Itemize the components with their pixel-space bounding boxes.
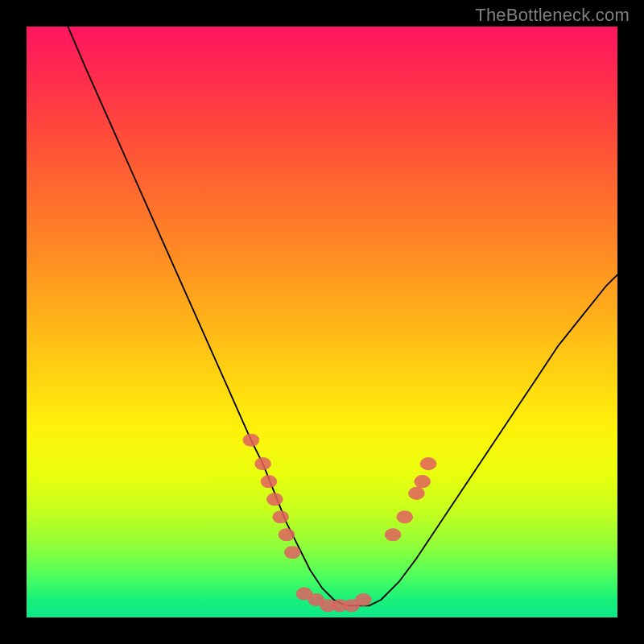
watermark-text: TheBottleneck.com: [475, 5, 630, 26]
data-marker: [355, 593, 372, 606]
data-marker: [243, 434, 260, 447]
plot-area: [27, 27, 617, 617]
data-marker: [385, 528, 402, 541]
data-marker: [272, 510, 289, 523]
data-marker: [396, 510, 413, 523]
data-marker: [261, 475, 278, 488]
data-marker: [408, 487, 425, 500]
data-marker: [415, 475, 431, 488]
chart-frame: TheBottleneck.com: [0, 0, 644, 644]
data-marker: [266, 493, 283, 506]
chart-svg: [27, 27, 617, 617]
data-marker: [254, 457, 271, 470]
data-marker: [284, 546, 301, 559]
data-marker: [420, 457, 437, 470]
data-markers: [243, 434, 437, 613]
bottleneck-curve: [68, 27, 617, 605]
data-marker: [279, 528, 295, 541]
